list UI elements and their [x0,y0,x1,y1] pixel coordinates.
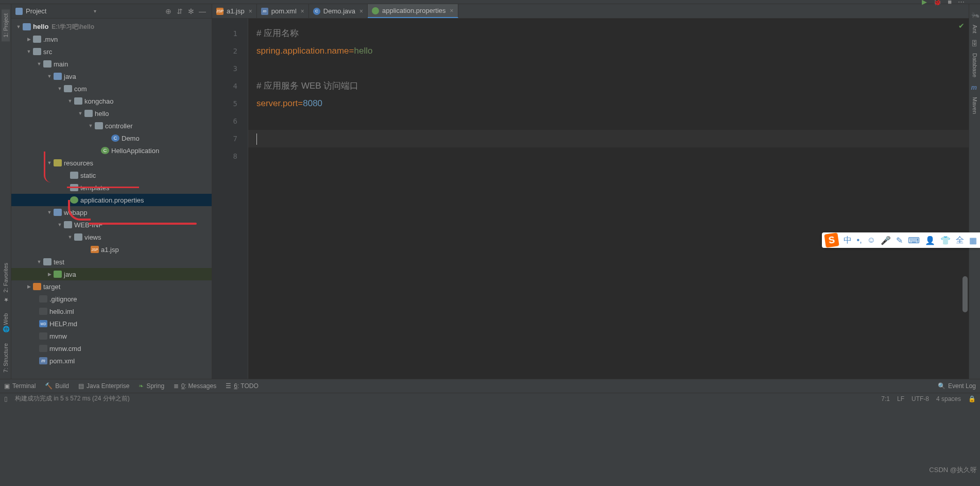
tree-item[interactable]: ▶hello.iml [11,305,212,317]
tree-item[interactable]: ▶.mvn [11,33,212,45]
tool-messages[interactable]: ≣00: Messages: Messages [174,382,216,390]
spring-icon [70,196,78,204]
tab-a1jsp[interactable]: JSPa1.jsp× [212,4,257,18]
tab-database[interactable]: Database [971,49,979,81]
ime-punct[interactable]: •, [857,236,862,245]
tab-web[interactable]: 🌐 Web [1,309,10,337]
locate-button[interactable]: ⊕ [163,6,174,16]
line-ending[interactable]: LF [897,395,904,403]
tree-item[interactable]: ▶.gitignore [11,293,212,305]
tab-favorites[interactable]: ★ 2: Favorites [1,259,10,307]
balloon-icon: 🔍 [938,382,945,390]
scrollbar-thumb[interactable] [962,276,968,312]
tab-demo[interactable]: CDemo.java× [309,4,368,18]
tree-item[interactable]: ▼java [11,70,212,82]
tree-item[interactable]: ▼com [11,82,212,95]
ant-icon[interactable]: 🐜 [971,11,978,19]
tree-item[interactable]: ▶static [11,169,212,181]
hide-button[interactable]: — [197,6,208,16]
tree-item[interactable]: ▼kongchao [11,95,212,107]
indent-info[interactable]: 4 spaces [936,395,961,403]
breadcrumb-bar: ▶ 🐞 ■ ⋯ [0,0,980,4]
spring-leaf-icon: ❧ [139,382,144,390]
tree-item[interactable]: ▼main [11,58,212,70]
collapse-button[interactable]: ⇵ [175,6,185,16]
tree-item[interactable]: ▶mvnw.cmd [11,342,212,355]
tab-pomxml[interactable]: mpom.xml× [257,4,309,18]
tree-item[interactable]: ▶java [11,268,212,280]
tool-spring[interactable]: ❧Spring [139,382,164,390]
tree-item[interactable]: ▼WEB-INF [11,219,212,231]
tool-build[interactable]: 🔨Build [45,382,69,390]
package-icon [74,97,82,105]
tree-item[interactable]: ▶mvnw [11,330,212,342]
ime-logo-icon[interactable]: S [824,232,839,247]
tab-maven[interactable]: Maven [971,93,979,118]
ime-toolbar[interactable]: S 中 •, ☺ 🎤 ✎ ⌨ 👤 👕 全 ▦ [822,232,980,248]
javaee-icon: ▤ [78,382,84,390]
ime-skin-icon[interactable]: 👕 [940,236,951,245]
maven-icon: m [261,8,268,15]
stop-icon[interactable]: ■ [948,0,952,6]
ime-voice-icon[interactable]: 🎤 [881,236,891,245]
ime-toolbox-icon[interactable]: ▦ [969,236,977,245]
tree-item[interactable]: ▶JSPa1.jsp [11,243,212,256]
debug-icon[interactable]: 🐞 [933,0,941,6]
tab-appprops[interactable]: application.properties× [368,4,458,18]
tree-item[interactable]: ▶mpom.xml [11,355,212,367]
tree-item-resources[interactable]: ▼resources [11,157,212,169]
class-icon: C [111,135,119,142]
file-encoding[interactable]: UTF-8 [912,395,929,403]
folder-icon [70,184,78,191]
code-content[interactable]: # 应用名称 spring.application.name=hello # 应… [248,19,969,379]
close-icon[interactable]: × [249,8,252,15]
tree-item[interactable]: ▶CDemo [11,132,212,144]
status-message: 构建成功完成 in 5 s 572 ms (24 分钟之前) [15,394,130,403]
folder-icon [74,233,82,241]
project-tree[interactable]: ▼helloE:\学习吧\hello ▶.mvn ▼src ▼main ▼jav… [11,19,212,379]
source-folder-icon [54,73,62,80]
tree-item[interactable]: ▼views [11,231,212,243]
tool-terminal[interactable]: ▣Terminal [4,382,36,390]
tree-item[interactable]: ▶MDHELP.md [11,317,212,330]
line-gutter: 12345678 [212,19,248,379]
ime-lang[interactable]: 中 [844,235,852,246]
dropdown-arrow-icon[interactable]: ▾ [94,8,96,14]
tree-item[interactable]: ▼controller [11,120,212,132]
settings-button[interactable]: ✻ [186,6,196,16]
more-icon[interactable]: ⋯ [958,0,965,6]
editor-body[interactable]: 12345678 # 应用名称 spring.application.name=… [212,19,969,379]
file-icon [39,332,47,340]
tab-structure[interactable]: 7: Structure [2,339,10,377]
status-icon: ▯ [4,395,8,403]
tool-javaee[interactable]: ▤Java Enterprise [78,382,129,390]
tree-item[interactable]: ▼src [11,45,212,58]
event-log[interactable]: 🔍Event Log [938,382,976,390]
tool-todo[interactable]: ☰6: TODO [226,382,259,390]
ime-emoji-icon[interactable]: ☺ [867,236,875,245]
close-icon[interactable]: × [301,8,304,15]
tree-root[interactable]: ▼helloE:\学习吧\hello [11,21,212,33]
caret-position[interactable]: 7:1 [881,395,890,403]
tab-project[interactable]: 1: Project [2,9,10,41]
text-cursor [256,133,257,145]
tree-item[interactable]: ▶CHelloApplication [11,144,212,157]
tree-item[interactable]: ▶target [11,280,212,293]
tree-item-appprops[interactable]: ▶application.properties [11,194,212,206]
tree-item[interactable]: ▼test [11,256,212,268]
tree-item[interactable]: ▼webapp [11,206,212,219]
tree-item[interactable]: ▶templates [11,181,212,194]
close-icon[interactable]: × [359,8,363,15]
tree-item[interactable]: ▼hello [11,107,212,120]
maven-icon[interactable]: m [971,83,978,91]
tab-ant[interactable]: Ant [971,21,979,38]
database-icon[interactable]: 🗄 [971,40,978,47]
run-icon[interactable]: ▶ [922,0,927,6]
module-icon [23,23,31,30]
ime-user-icon[interactable]: 👤 [925,236,935,245]
lock-icon[interactable]: 🔒 [968,395,976,403]
ime-handwrite-icon[interactable]: ✎ [896,236,903,245]
ime-keyboard-icon[interactable]: ⌨ [908,236,920,245]
ime-fullwidth[interactable]: 全 [956,235,964,246]
close-icon[interactable]: × [450,7,454,14]
